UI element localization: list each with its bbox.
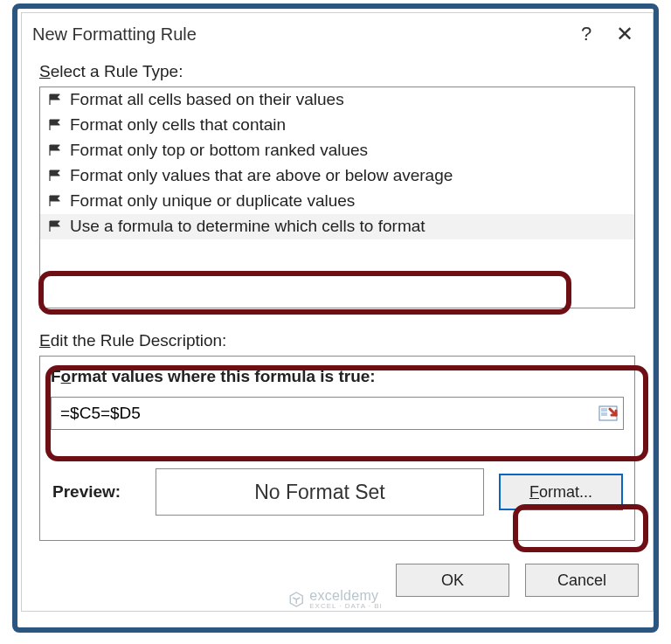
- rule-type-item[interactable]: Format only cells that contain: [40, 113, 634, 138]
- rule-type-item-label: Use a formula to determine which cells t…: [70, 217, 425, 236]
- rule-type-item-label: Format only cells that contain: [70, 115, 286, 135]
- formula-label: Format values where this formula is true…: [51, 367, 624, 386]
- rule-type-item[interactable]: Format all cells based on their values: [40, 87, 634, 113]
- formula-block: Format values where this formula is true…: [40, 357, 634, 442]
- format-button[interactable]: Format...: [500, 474, 622, 509]
- rule-description-label: Edit the Rule Description:: [39, 331, 635, 350]
- rule-type-item[interactable]: Use a formula to determine which cells t…: [40, 214, 634, 239]
- screenshot-frame: New Formatting Rule ? ✕ Select a Rule Ty…: [12, 3, 659, 633]
- svg-rect-2: [601, 412, 607, 416]
- rule-type-item[interactable]: Format only top or bottom ranked values: [40, 138, 634, 163]
- new-formatting-rule-dialog: New Formatting Rule ? ✕ Select a Rule Ty…: [21, 12, 654, 612]
- rule-type-label: Select a Rule Type:: [39, 62, 635, 81]
- rule-type-item-label: Format all cells based on their values: [70, 90, 344, 109]
- preview-label: Preview:: [52, 482, 140, 502]
- title-bar: New Formatting Rule ? ✕: [22, 13, 653, 55]
- rule-item-icon: [49, 144, 63, 156]
- cancel-button[interactable]: Cancel: [525, 564, 639, 597]
- rule-type-item-label: Format only top or bottom ranked values: [70, 141, 368, 160]
- preview-row: Preview: No Format Set Format...: [40, 442, 634, 540]
- dialog-title: New Formatting Rule: [32, 24, 567, 45]
- rule-type-item[interactable]: Format only unique or duplicate values: [40, 189, 634, 214]
- rule-item-icon: [49, 170, 63, 182]
- rule-type-list[interactable]: Format all cells based on their valuesFo…: [39, 87, 635, 308]
- rule-item-icon: [49, 119, 63, 131]
- dialog-content: Select a Rule Type: Format all cells bas…: [22, 55, 653, 553]
- rule-type-item-label: Format only values that are above or bel…: [70, 166, 453, 185]
- rule-type-item-label: Format only unique or duplicate values: [70, 191, 355, 211]
- rule-type-item[interactable]: Format only values that are above or bel…: [40, 163, 634, 189]
- preview-swatch: No Format Set: [156, 468, 484, 516]
- dialog-buttons: OK Cancel: [22, 553, 653, 611]
- rule-item-icon: [49, 220, 63, 232]
- rule-description-box: Format values where this formula is true…: [39, 356, 635, 541]
- formula-row: [51, 397, 624, 430]
- help-button[interactable]: ?: [567, 23, 605, 45]
- rule-item-icon: [49, 93, 63, 106]
- formula-input[interactable]: [52, 398, 593, 429]
- rule-item-icon: [49, 195, 63, 207]
- close-button[interactable]: ✕: [605, 22, 644, 46]
- svg-rect-1: [601, 408, 607, 412]
- collapse-dialog-button[interactable]: [593, 398, 623, 429]
- range-select-icon: [598, 404, 618, 423]
- ok-button[interactable]: OK: [396, 564, 509, 597]
